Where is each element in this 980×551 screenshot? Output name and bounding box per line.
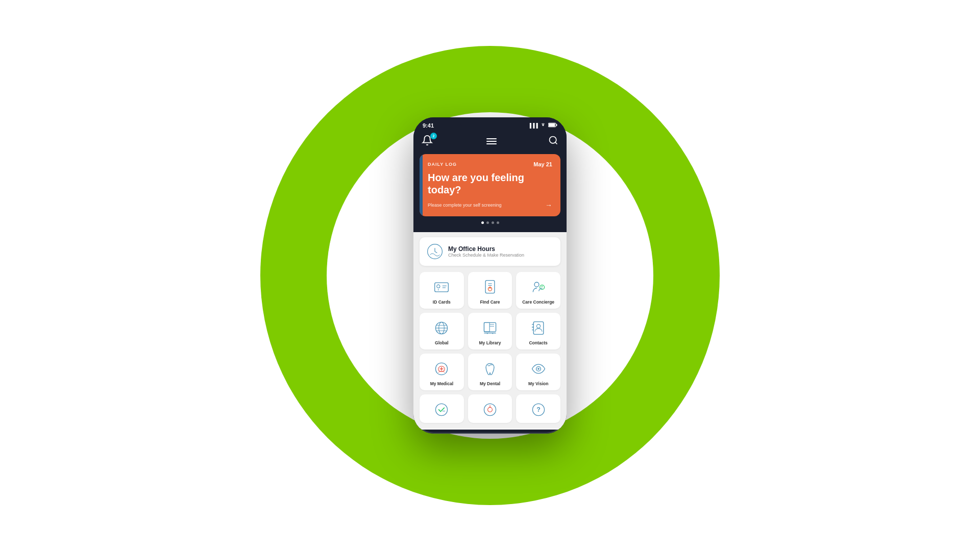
office-hours-text: My Office Hours Check Schedule & Make Re…: [448, 245, 524, 258]
svg-rect-2: [549, 123, 555, 126]
battery-icon: [548, 122, 557, 129]
vision-icon: [529, 360, 548, 378]
notification-bell[interactable]: 2: [422, 135, 435, 148]
menu-item-care-concierge[interactable]: Care Concierge: [516, 272, 560, 309]
library-icon: [481, 319, 499, 337]
menu-grid-row2: Global My: [420, 313, 560, 349]
svg-point-34: [537, 368, 540, 370]
menu-item-medical[interactable]: My Medical: [420, 354, 464, 390]
menu-item-help[interactable]: ?: [516, 394, 560, 423]
svg-text:?: ?: [536, 406, 541, 413]
medical-icon: [432, 360, 451, 378]
menu-item-mental-health[interactable]: [468, 394, 512, 423]
notification-badge: 2: [430, 133, 437, 139]
svg-point-6: [437, 285, 440, 288]
wifi-icon: [540, 122, 546, 129]
id-card-icon: [432, 278, 451, 296]
menu-item-dental[interactable]: My Dental: [468, 354, 512, 390]
library-label: My Library: [479, 340, 501, 345]
carousel-dots: [420, 221, 560, 224]
global-icon: [432, 319, 451, 337]
menu-grid-row1: ID Cards FInd Care: [420, 272, 560, 309]
svg-rect-26: [484, 322, 489, 332]
id-cards-label: ID Cards: [433, 299, 451, 305]
arrow-right-icon: →: [545, 201, 552, 209]
global-label: Global: [435, 340, 448, 345]
find-care-label: FInd Care: [480, 299, 500, 305]
care-concierge-label: Care Concierge: [522, 299, 554, 305]
svg-point-16: [534, 282, 539, 287]
app-header: 2: [413, 131, 567, 154]
dot-2: [486, 221, 489, 224]
daily-log-card[interactable]: DAILY LOG May 21 How are you feeling tod…: [420, 154, 560, 216]
care-concierge-icon: [529, 278, 548, 296]
contacts-label: Contacts: [529, 340, 547, 345]
menu-item-find-care[interactable]: FInd Care: [468, 272, 512, 309]
mental-health-icon: [481, 400, 499, 419]
office-hours-icon: [427, 243, 443, 260]
daily-log-title: How are you feeling today?: [428, 171, 552, 196]
dental-label: My Dental: [480, 381, 500, 386]
dot-4: [497, 221, 499, 224]
dot-1: [481, 221, 484, 224]
dental-icon: [481, 360, 499, 378]
svg-point-30: [536, 324, 540, 328]
phone-notch: [459, 117, 521, 129]
daily-log-subtitle: Please complete your self screening: [428, 203, 502, 208]
content-section: My Office Hours Check Schedule & Make Re…: [413, 232, 567, 428]
office-hours-card[interactable]: My Office Hours Check Schedule & Make Re…: [420, 237, 560, 266]
svg-point-38: [488, 408, 493, 412]
svg-rect-1: [556, 124, 557, 126]
phone-mockup: 9:41 ▐▐▐: [413, 117, 567, 434]
daily-log-date: May 21: [533, 161, 552, 167]
search-icon[interactable]: [548, 135, 558, 147]
tasks-icon: [432, 400, 451, 419]
menu-item-vision[interactable]: My Vision: [516, 354, 560, 390]
phone-screen: DAILY LOG May 21 How are you feeling tod…: [413, 154, 567, 430]
status-time: 9:41: [423, 122, 434, 129]
svg-point-35: [436, 404, 448, 415]
status-icons: ▐▐▐: [528, 122, 557, 129]
svg-rect-25: [484, 322, 496, 332]
help-icon: ?: [529, 400, 548, 419]
hamburger-menu[interactable]: [486, 138, 497, 144]
office-hours-title: My Office Hours: [448, 245, 524, 253]
menu-item-tasks[interactable]: [420, 394, 464, 423]
daily-log-label: DAILY LOG: [428, 162, 457, 167]
carousel-section: DAILY LOG May 21 How are you feeling tod…: [413, 154, 567, 232]
vision-label: My Vision: [528, 381, 549, 386]
dot-3: [492, 221, 494, 224]
find-care-icon: [481, 278, 499, 296]
menu-item-library[interactable]: My Library: [468, 313, 512, 349]
contacts-icon: [529, 319, 548, 337]
menu-item-contacts[interactable]: Contacts: [516, 313, 560, 349]
medical-label: My Medical: [430, 381, 453, 386]
menu-item-id-cards[interactable]: ID Cards: [420, 272, 464, 309]
menu-grid-row3: My Medical My Dental: [420, 354, 560, 390]
bottom-row: ?: [420, 394, 560, 423]
signal-icon: ▐▐▐: [528, 123, 538, 128]
svg-point-3: [550, 137, 556, 143]
menu-item-global[interactable]: Global: [420, 313, 464, 349]
office-hours-subtitle: Check Schedule & Make Reservation: [448, 253, 524, 258]
